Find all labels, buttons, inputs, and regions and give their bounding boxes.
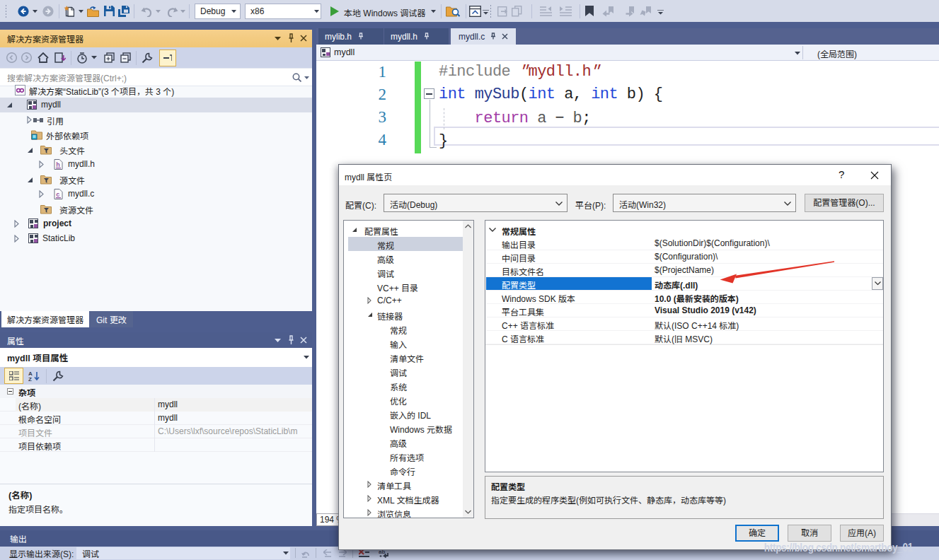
- svg-text:h: h: [56, 161, 60, 168]
- svg-text:c: c: [56, 191, 59, 198]
- svg-text:Z: Z: [28, 376, 32, 382]
